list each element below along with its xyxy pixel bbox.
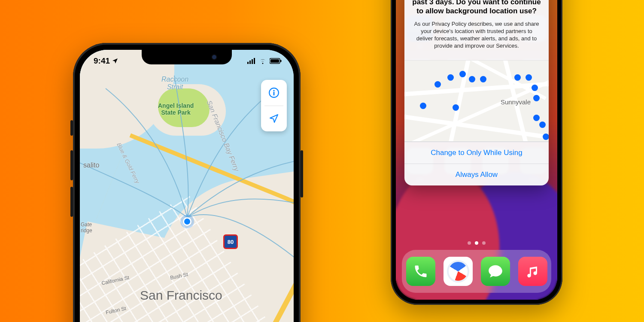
notch — [142, 50, 232, 64]
page-indicator[interactable] — [396, 241, 557, 245]
status-left: 9:41 — [94, 56, 118, 66]
location-dot — [453, 104, 459, 111]
stage: 9:41 — [0, 0, 644, 322]
user-location-dot — [183, 217, 191, 226]
label-i80: 80 — [228, 239, 234, 245]
location-dot — [447, 74, 454, 81]
dock — [402, 250, 551, 293]
label-san-francisco: San Francisco — [140, 288, 222, 303]
location-arrow-icon — [112, 58, 118, 64]
svg-rect-9 — [273, 92, 275, 96]
dock-phone[interactable] — [406, 257, 435, 286]
volume-down-button[interactable] — [70, 187, 73, 217]
screen-left: 9:41 — [80, 50, 294, 322]
location-dot — [480, 76, 486, 82]
locate-me-button[interactable] — [261, 106, 287, 132]
status-time: 9:41 — [94, 56, 110, 66]
status-right — [247, 58, 282, 64]
map-canvas[interactable]: salito Raccoon Strait Angel Island State… — [80, 50, 294, 322]
label-raccoon-strait: Raccoon Strait — [161, 76, 188, 91]
wifi-icon — [258, 58, 267, 64]
screen-right: FaceTime Calendar Photos Camera M Rem N … — [396, 0, 557, 300]
camera-icon — [211, 54, 217, 60]
location-dot — [459, 71, 466, 77]
city-label: Sunnyvale — [501, 98, 531, 106]
phone-left: 9:41 — [73, 43, 301, 322]
label-sausalito: salito — [83, 161, 99, 169]
location-dot — [532, 85, 538, 91]
info-button[interactable] — [261, 80, 287, 106]
location-dot — [533, 115, 540, 121]
dock-messages[interactable] — [481, 257, 510, 286]
label-gate-bridge: Gate ridge — [81, 222, 92, 234]
btn-only-while-using[interactable]: Change to Only While Using — [404, 142, 549, 164]
map-controls — [261, 80, 287, 131]
mute-switch[interactable] — [70, 120, 73, 136]
location-dot — [514, 74, 521, 81]
alert-description: As our Privacy Policy describes, we use … — [412, 20, 541, 50]
battery-icon — [270, 58, 282, 64]
location-alert: “App” has used your location 14 times in… — [404, 0, 549, 185]
dock-music[interactable] — [518, 257, 547, 286]
cellular-icon — [247, 58, 256, 64]
svg-rect-2 — [252, 59, 253, 64]
alert-map: Sunnyvale — [404, 60, 549, 142]
power-button[interactable] — [301, 150, 303, 197]
btn-always-allow[interactable]: Always Allow — [404, 164, 549, 185]
svg-rect-1 — [249, 61, 251, 64]
label-angel-island: Angel Island State Park — [158, 102, 194, 116]
alert-title: “App” has used your location 14 times in… — [412, 0, 541, 16]
shield-i80: 80 — [223, 234, 238, 249]
location-dot — [533, 95, 540, 101]
svg-rect-6 — [280, 60, 282, 62]
location-dot — [434, 81, 441, 88]
svg-rect-5 — [270, 59, 279, 63]
alert-actions: Change to Only While Using Always Allow — [404, 142, 549, 185]
location-dot — [420, 103, 426, 109]
dock-safari[interactable] — [444, 257, 473, 286]
svg-point-8 — [273, 90, 274, 91]
compass-icon — [447, 260, 469, 283]
location-dot — [543, 134, 549, 140]
phone-right: FaceTime Calendar Photos Camera M Rem N … — [391, 0, 562, 305]
location-dot — [469, 76, 475, 82]
location-dot — [539, 122, 546, 128]
location-dot — [526, 74, 532, 81]
svg-rect-0 — [247, 62, 249, 64]
volume-up-button[interactable] — [70, 150, 73, 180]
svg-rect-3 — [254, 58, 255, 64]
